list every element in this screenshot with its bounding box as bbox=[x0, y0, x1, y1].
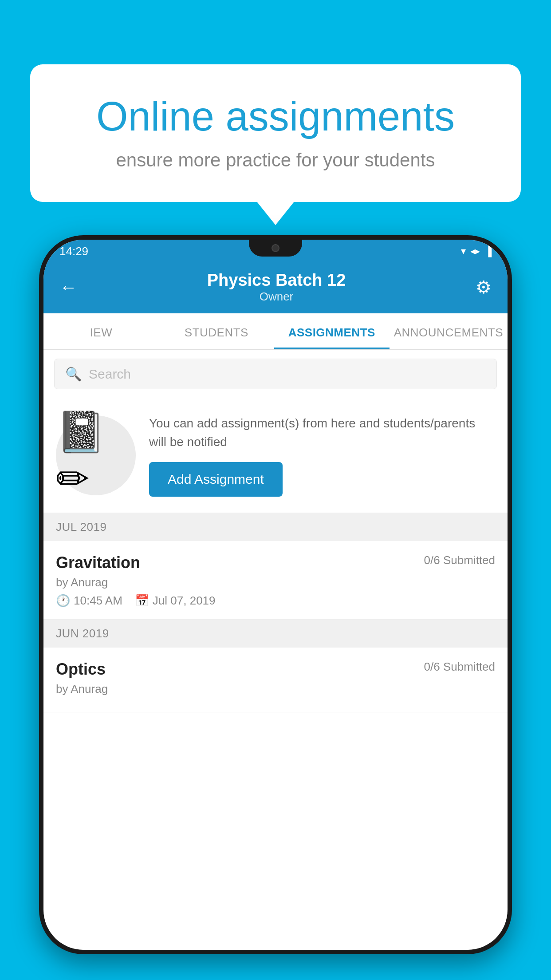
meta-time-gravitation: 🕐 10:45 AM bbox=[56, 594, 122, 608]
notebook-icon: 📓✏ bbox=[56, 409, 136, 502]
assignment-submitted-gravitation: 0/6 Submitted bbox=[424, 553, 495, 567]
phone-outer: 14:29 ▾ ◂▸ ▐ ← Physics Batch 12 Owner ⚙ bbox=[39, 235, 512, 954]
wifi-icon: ▾ bbox=[461, 245, 466, 257]
back-button[interactable]: ← bbox=[59, 277, 77, 297]
assignment-by-gravitation: by Anurag bbox=[56, 576, 495, 589]
header-title-block: Physics Batch 12 Owner bbox=[207, 271, 346, 304]
notch bbox=[249, 240, 302, 257]
clock-icon: 🕐 bbox=[56, 594, 70, 608]
battery-icon: ▐ bbox=[484, 245, 492, 257]
meta-date-gravitation: 📅 Jul 07, 2019 bbox=[135, 594, 216, 608]
assignment-title-optics: Optics bbox=[56, 660, 106, 679]
section-header-jul: JUL 2019 bbox=[43, 513, 508, 541]
signal-icon: ◂▸ bbox=[470, 245, 480, 257]
tabs-bar: IEW STUDENTS ASSIGNMENTS ANNOUNCEMENTS bbox=[43, 313, 508, 350]
calendar-icon: 📅 bbox=[135, 594, 149, 608]
tab-announcements[interactable]: ANNOUNCEMENTS bbox=[390, 313, 508, 349]
assignment-optics-top: Optics 0/6 Submitted bbox=[56, 660, 495, 679]
speech-bubble-subtitle: ensure more practice for your students bbox=[66, 150, 485, 171]
status-time: 14:29 bbox=[59, 245, 88, 258]
assignment-top: Gravitation 0/6 Submitted bbox=[56, 553, 495, 572]
speech-bubble: Online assignments ensure more practice … bbox=[30, 64, 521, 202]
tab-iew[interactable]: IEW bbox=[43, 313, 159, 349]
assignment-by-optics: by Anurag bbox=[56, 682, 495, 696]
promo-content: You can add assignment(s) from here and … bbox=[149, 414, 495, 497]
notch-camera bbox=[272, 244, 279, 252]
promo-icon-circle: 📓✏ bbox=[56, 415, 136, 495]
assignment-meta-gravitation: 🕐 10:45 AM 📅 Jul 07, 2019 bbox=[56, 594, 495, 608]
promo-section: 📓✏ You can add assignment(s) from here a… bbox=[43, 398, 508, 513]
promo-description: You can add assignment(s) from here and … bbox=[149, 414, 495, 451]
phone-wrapper: 14:29 ▾ ◂▸ ▐ ← Physics Batch 12 Owner ⚙ bbox=[39, 235, 512, 954]
assignment-optics[interactable]: Optics 0/6 Submitted by Anurag bbox=[43, 648, 508, 712]
tab-assignments[interactable]: ASSIGNMENTS bbox=[274, 313, 390, 349]
speech-bubble-title: Online assignments bbox=[66, 93, 485, 140]
search-bar[interactable]: 🔍 Search bbox=[54, 359, 497, 389]
status-icons: ▾ ◂▸ ▐ bbox=[461, 245, 492, 257]
add-assignment-button[interactable]: Add Assignment bbox=[149, 462, 283, 497]
section-header-jun: JUN 2019 bbox=[43, 620, 508, 648]
assignment-gravitation[interactable]: Gravitation 0/6 Submitted by Anurag 🕐 10… bbox=[43, 541, 508, 620]
status-bar: 14:29 ▾ ◂▸ ▐ bbox=[43, 240, 508, 263]
assignment-date-gravitation: Jul 07, 2019 bbox=[153, 594, 216, 608]
speech-bubble-wrapper: Online assignments ensure more practice … bbox=[30, 64, 521, 202]
settings-icon[interactable]: ⚙ bbox=[476, 277, 492, 297]
search-placeholder: Search bbox=[89, 367, 131, 382]
phone-screen: 14:29 ▾ ◂▸ ▐ ← Physics Batch 12 Owner ⚙ bbox=[43, 240, 508, 950]
search-icon: 🔍 bbox=[65, 366, 82, 382]
batch-subtitle: Owner bbox=[207, 290, 346, 304]
app-header: ← Physics Batch 12 Owner ⚙ bbox=[43, 263, 508, 313]
assignment-title-gravitation: Gravitation bbox=[56, 553, 140, 572]
batch-title: Physics Batch 12 bbox=[207, 271, 346, 290]
assignment-submitted-optics: 0/6 Submitted bbox=[424, 660, 495, 674]
assignment-time-gravitation: 10:45 AM bbox=[74, 594, 122, 608]
tab-students[interactable]: STUDENTS bbox=[159, 313, 274, 349]
search-container: 🔍 Search bbox=[43, 350, 508, 398]
